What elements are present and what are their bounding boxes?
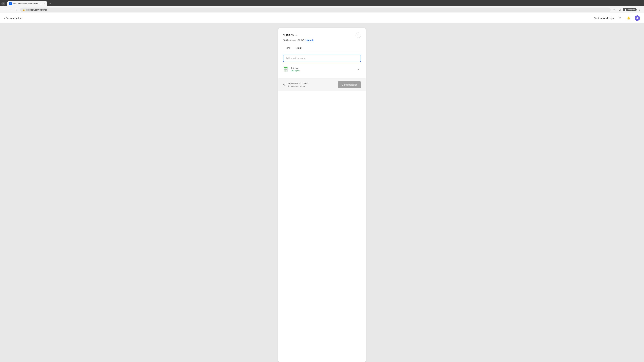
app-header: ‹ View transfers Customize design ? 🔔 LD [0,13,644,23]
help-button[interactable]: ? [617,15,622,21]
file-size: 184 bytes [291,69,354,72]
back-arrow-icon: ‹ [4,16,5,20]
back-label: View transfers [6,16,22,19]
lock-icon: 🔒 [22,8,25,11]
settings-icon[interactable]: ⚙ [283,83,286,86]
notifications-button[interactable]: 🔔 [626,15,631,21]
tab-favicon: D [9,2,12,5]
card-title-left: 1 item ✏ [283,33,298,37]
main-content: 1 item ✏ + 184 bytes out of 2 GB Upgrade… [0,23,644,362]
csv-file-icon [283,66,289,72]
menu-button[interactable]: ⋮ [637,7,642,12]
card-footer: ⚙ Expires on 31/1/2024 No password added… [278,78,366,91]
tab-controls: ▾ [1,2,5,5]
forward-button[interactable]: → [8,7,13,12]
upgrade-link[interactable]: Upgrade [306,39,314,41]
expires-text: Expires on 31/1/2024 [288,82,308,85]
tab-list-button[interactable]: ▾ [1,2,5,5]
bookmark-button[interactable]: ☆ [612,7,617,12]
storage-info: 184 bytes out of 2 GB Upgrade [283,39,361,41]
card-title: 1 item [283,33,294,37]
file-remove-button[interactable]: ✕ [356,67,361,72]
file-name: list.csv [291,67,354,69]
browser-toolbar: ← → ↻ 🔒 dropbox.com/transfer ☆ ⊟ Incogni… [0,6,644,13]
file-icon [283,66,289,72]
customize-design-button[interactable]: Customize design [594,16,614,19]
incognito-label: Incognito [628,9,635,11]
add-file-button[interactable]: + [356,32,361,38]
svg-point-0 [625,9,626,10]
no-password-text: No password added [288,85,308,87]
tab-link[interactable]: Link [283,45,293,51]
user-avatar[interactable]: LD [634,15,640,21]
file-item: list.csv 184 bytes ✕ [283,65,361,74]
view-transfers-link[interactable]: ‹ View transfers [4,16,22,20]
browser-frame: ▾ D Fast and secure file transfer - D ✕ … [0,0,644,13]
card-body: 1 item ✏ + 184 bytes out of 2 GB Upgrade… [278,28,366,78]
send-transfer-button[interactable]: Send transfer [338,81,361,88]
footer-info: Expires on 31/1/2024 No password added [288,82,308,87]
tab-close-button[interactable]: ✕ [42,2,45,5]
header-right: Customize design ? 🔔 LD [594,15,640,21]
address-bar[interactable]: 🔒 dropbox.com/transfer [20,7,611,12]
back-button[interactable]: ← [2,7,7,12]
svg-rect-4 [284,68,288,68]
split-screen-button[interactable]: ⊟ [617,7,622,12]
tabs: Link Email [283,45,361,51]
tab-email[interactable]: Email [293,45,305,51]
incognito-badge: Incognito [623,8,636,11]
transfer-card: 1 item ✏ + 184 bytes out of 2 GB Upgrade… [278,28,366,362]
reload-button[interactable]: ↻ [14,7,19,12]
edit-icon[interactable]: ✏ [296,34,298,36]
browser-tab-bar: ▾ D Fast and secure file transfer - D ✕ … [0,0,644,6]
toolbar-actions: ☆ ⊟ Incognito ⋮ [612,7,642,12]
svg-point-1 [625,10,626,11]
card-title-row: 1 item ✏ + [283,32,361,38]
incognito-icon [624,8,627,11]
email-input[interactable] [283,55,361,62]
file-info: list.csv 184 bytes [291,67,354,72]
active-tab[interactable]: D Fast and secure file transfer - D ✕ [7,1,47,6]
storage-text: 184 bytes out of 2 GB [283,39,304,41]
tab-title: Fast and secure file transfer - D [13,2,41,5]
new-tab-button[interactable]: + [48,1,53,6]
footer-left: ⚙ Expires on 31/1/2024 No password added [283,82,308,87]
url-display: dropbox.com/transfer [26,8,608,11]
